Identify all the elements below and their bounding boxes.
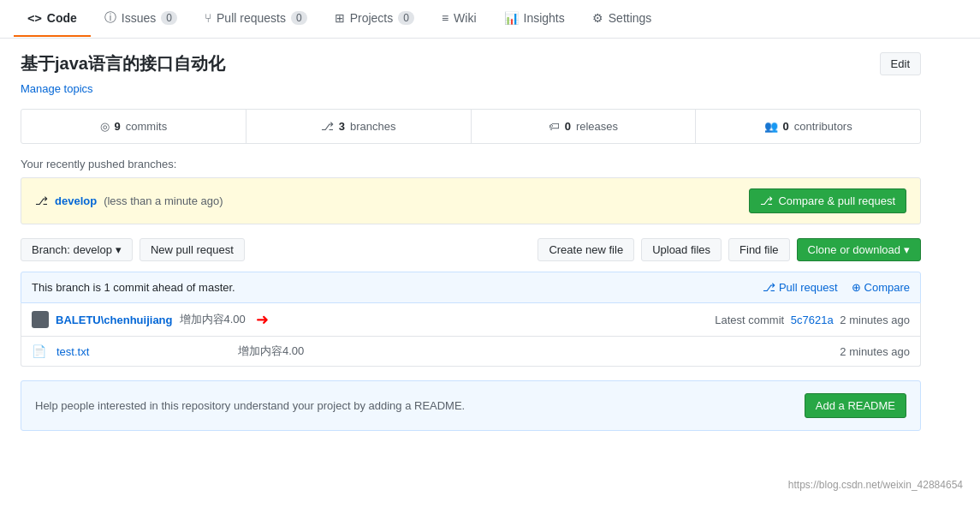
tab-wiki-label: Wiki xyxy=(454,11,476,25)
nav-tabs: <> Code ⓘ Issues 0 ⑂ Pull requests 0 ⊞ P… xyxy=(0,0,980,39)
code-icon: <> xyxy=(27,11,42,25)
add-readme-button[interactable]: Add a README xyxy=(805,393,906,418)
tab-issues[interactable]: ⓘ Issues 0 xyxy=(91,0,191,38)
releases-stat[interactable]: 🏷 0 releases xyxy=(472,110,697,143)
compare-label: Compare xyxy=(864,281,910,294)
tab-pull-requests[interactable]: ⑂ Pull requests 0 xyxy=(191,1,321,37)
tab-pull-requests-label: Pull requests xyxy=(217,11,286,25)
tab-insights[interactable]: 📊 Insights xyxy=(490,1,579,37)
repo-header: 基于java语言的接口自动化 Edit xyxy=(21,52,921,75)
file-table: BALETU\chenhuijiang 增加内容4.00 ➜ Latest co… xyxy=(21,303,921,367)
commit-ahead-text: This branch is 1 commit ahead of master. xyxy=(32,281,235,294)
chevron-down-icon: ▾ xyxy=(116,243,122,256)
push-notice: Your recently pushed branches: xyxy=(21,158,921,170)
commit-info-bar: This branch is 1 commit ahead of master.… xyxy=(21,272,921,303)
branch-name-link[interactable]: develop xyxy=(55,194,97,207)
clone-download-label: Clone or download xyxy=(808,243,900,256)
file-name-link[interactable]: test.txt xyxy=(56,345,228,358)
tab-projects-label: Projects xyxy=(350,11,394,25)
tab-issues-label: Issues xyxy=(122,11,156,25)
pull-request-label: Pull request xyxy=(779,281,838,294)
projects-badge: 0 xyxy=(398,11,414,25)
find-file-button[interactable]: Find file xyxy=(728,238,790,261)
issue-icon: ⓘ xyxy=(104,10,116,26)
commit-time: 2 minutes ago xyxy=(840,314,910,326)
new-pull-request-button[interactable]: New pull request xyxy=(140,238,245,261)
branch-selector-label: Branch: develop xyxy=(32,243,112,256)
issues-badge: 0 xyxy=(161,11,177,25)
insights-icon: 📊 xyxy=(504,11,519,25)
latest-commit-label: Latest commit xyxy=(715,314,784,326)
contributors-icon: 👥 xyxy=(764,120,778,133)
wiki-icon: ≡ xyxy=(442,11,448,25)
stats-bar: ◎ 9 commits ⎇ 3 branches 🏷 0 releases 👥 … xyxy=(21,109,921,144)
commit-author-link[interactable]: BALETU\chenhuijiang xyxy=(56,314,173,326)
create-new-file-button[interactable]: Create new file xyxy=(538,238,634,261)
branch-notice: ⎇ develop (less than a minute ago) ⎇ Com… xyxy=(21,177,921,224)
main-content: 基于java语言的接口自动化 Edit Manage topics ◎ 9 co… xyxy=(0,39,941,445)
contributors-count: 0 xyxy=(783,120,789,133)
contributors-label: contributors xyxy=(794,120,852,133)
manage-topics-link[interactable]: Manage topics xyxy=(21,82,921,95)
file-commit-msg: 增加内容4.00 xyxy=(238,344,797,359)
branch-selector[interactable]: Branch: develop ▾ xyxy=(21,238,133,261)
readme-notice: Help people interested in this repositor… xyxy=(21,380,921,431)
pull-request-icon: ⎇ xyxy=(763,281,775,294)
compare-pull-request-label: Compare & pull request xyxy=(778,194,895,207)
commit-sha-link[interactable]: 5c7621a xyxy=(791,314,834,326)
clone-download-button[interactable]: Clone or download ▾ xyxy=(797,238,921,261)
pull-request-link[interactable]: ⎇ Pull request xyxy=(763,281,838,294)
branch-notice-icon: ⎇ xyxy=(35,194,48,207)
compare-icon: ⊕ xyxy=(852,281,861,294)
latest-commit-row: BALETU\chenhuijiang 增加内容4.00 ➜ Latest co… xyxy=(21,303,920,337)
branch-icon: ⎇ xyxy=(321,120,334,133)
branches-label: branches xyxy=(350,120,395,133)
commit-sha-info: Latest commit 5c7621a 2 minutes ago xyxy=(715,314,910,326)
file-time: 2 minutes ago xyxy=(807,345,910,358)
file-icon: 📄 xyxy=(32,344,46,358)
tab-settings-label: Settings xyxy=(609,11,652,25)
arrow-annotation: ➜ xyxy=(256,310,269,329)
tab-code[interactable]: <> Code xyxy=(14,1,91,37)
compare-link[interactable]: ⊕ Compare xyxy=(852,281,910,294)
edit-button[interactable]: Edit xyxy=(880,52,921,75)
commits-count: 9 xyxy=(115,120,121,133)
repo-title: 基于java语言的接口自动化 xyxy=(21,52,225,75)
upload-files-button[interactable]: Upload files xyxy=(641,238,722,261)
commit-actions: ⎇ Pull request ⊕ Compare xyxy=(763,281,910,294)
push-notice-text: Your recently pushed branches: xyxy=(21,158,176,170)
pull-requests-badge: 0 xyxy=(291,11,307,25)
settings-icon: ⚙ xyxy=(592,11,603,25)
tab-wiki[interactable]: ≡ Wiki xyxy=(428,1,490,37)
readme-notice-text: Help people interested in this repositor… xyxy=(35,399,465,412)
compare-pull-request-button[interactable]: ⎇ Compare & pull request xyxy=(749,188,906,213)
tab-projects[interactable]: ⊞ Projects 0 xyxy=(321,1,428,37)
commit-icon: ◎ xyxy=(100,120,110,133)
pr-icon: ⑂ xyxy=(205,11,211,25)
compare-pr-icon: ⎇ xyxy=(760,194,773,207)
toolbar-right: Create new file Upload files Find file C… xyxy=(538,238,921,261)
tab-insights-label: Insights xyxy=(524,11,565,25)
project-icon: ⊞ xyxy=(335,11,345,25)
clone-chevron-icon: ▾ xyxy=(904,243,910,256)
tab-code-label: Code xyxy=(47,11,77,25)
toolbar-left: Branch: develop ▾ New pull request xyxy=(21,238,245,261)
branch-time: (less than a minute ago) xyxy=(104,194,223,207)
toolbar: Branch: develop ▾ New pull request Creat… xyxy=(21,238,921,261)
table-row: 📄 test.txt 增加内容4.00 2 minutes ago xyxy=(21,337,920,366)
commit-row-left: BALETU\chenhuijiang 增加内容4.00 ➜ xyxy=(32,310,704,329)
tab-settings[interactable]: ⚙ Settings xyxy=(579,1,666,37)
releases-count: 0 xyxy=(565,120,571,133)
releases-label: releases xyxy=(576,120,618,133)
commits-label: commits xyxy=(126,120,167,133)
tag-icon: 🏷 xyxy=(549,120,560,133)
branches-count: 3 xyxy=(339,120,345,133)
commits-stat[interactable]: ◎ 9 commits xyxy=(21,110,246,143)
branches-stat[interactable]: ⎇ 3 branches xyxy=(246,110,472,143)
avatar xyxy=(32,311,49,328)
commit-message: 增加内容4.00 xyxy=(180,312,246,327)
contributors-stat[interactable]: 👥 0 contributors xyxy=(696,110,920,143)
branch-notice-left: ⎇ develop (less than a minute ago) xyxy=(35,194,223,207)
